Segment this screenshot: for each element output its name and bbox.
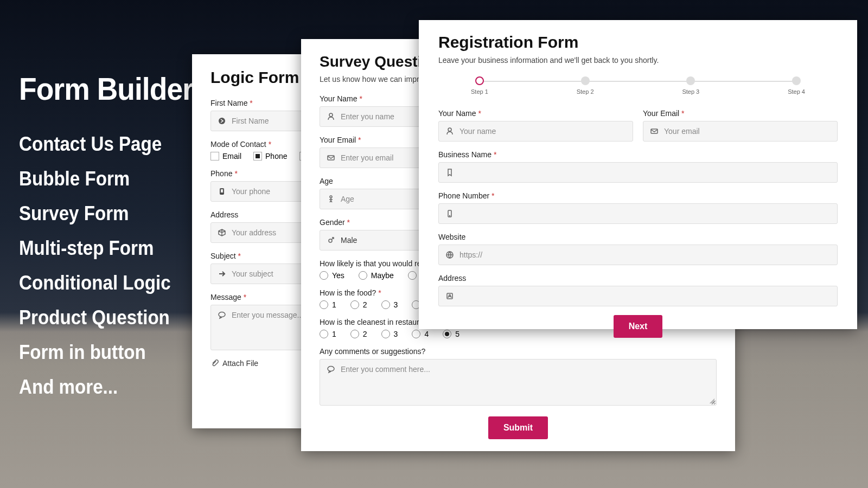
sidebar-title: Form Builder bbox=[19, 70, 193, 107]
sidebar-item: Form in button bbox=[19, 341, 193, 364]
reg-email-input[interactable]: Your email bbox=[643, 121, 838, 142]
sidebar: Form Builder Contact Us Page Bubble Form… bbox=[19, 70, 208, 410]
reg-phone-label: Phone Number * bbox=[438, 191, 838, 200]
phone-placeholder: Your phone bbox=[232, 187, 270, 196]
mail-icon bbox=[327, 153, 335, 162]
user-icon bbox=[327, 112, 335, 121]
clean-1[interactable]: 1 bbox=[320, 330, 336, 338]
reg-business-input[interactable] bbox=[438, 162, 838, 183]
svg-point-8 bbox=[328, 367, 334, 371]
reg-title: Registration Form bbox=[438, 33, 838, 52]
mobile-icon bbox=[445, 209, 454, 218]
svg-point-4 bbox=[329, 113, 333, 117]
clean-3[interactable]: 3 bbox=[381, 330, 398, 338]
paperclip-icon bbox=[210, 359, 219, 368]
food-1[interactable]: 1 bbox=[320, 300, 336, 309]
clean-2[interactable]: 2 bbox=[350, 330, 367, 338]
first-name-placeholder: First Name bbox=[232, 117, 269, 125]
reg-phone-input[interactable] bbox=[438, 203, 838, 224]
step-3[interactable]: Step 3 bbox=[682, 76, 699, 95]
registration-panel: Registration Form Leave your business in… bbox=[419, 20, 857, 329]
next-button[interactable]: Next bbox=[614, 315, 663, 338]
recommend-maybe[interactable]: Maybe bbox=[359, 271, 394, 280]
sidebar-item: Contact Us Page bbox=[19, 133, 193, 156]
reg-name-label: Your Name * bbox=[438, 109, 633, 118]
reg-sub: Leave your business information and we'l… bbox=[438, 56, 838, 65]
reg-website-label: Website bbox=[438, 233, 838, 241]
food-2[interactable]: 2 bbox=[350, 300, 367, 309]
message-placeholder: Enter you message... bbox=[232, 311, 303, 319]
address-icon bbox=[445, 292, 454, 300]
sidebar-item: Survey Form bbox=[19, 202, 193, 225]
survey-comments-label: Any comments or suggestions? bbox=[320, 347, 717, 356]
mode-email-check[interactable]: Email bbox=[210, 152, 241, 160]
svg-rect-2 bbox=[221, 189, 224, 193]
user-icon bbox=[445, 127, 454, 136]
stepper: Step 1 Step 2 Step 3 Step 4 bbox=[471, 76, 805, 95]
reg-address-input[interactable] bbox=[438, 286, 838, 306]
phone-icon bbox=[218, 187, 226, 196]
clean-4[interactable]: 4 bbox=[412, 330, 429, 338]
sidebar-item: Product Question bbox=[19, 306, 193, 329]
arrow-right-icon bbox=[218, 269, 226, 278]
cube-icon bbox=[218, 228, 226, 237]
address-placeholder: Your address bbox=[232, 228, 276, 237]
reg-address-label: Address bbox=[438, 274, 838, 282]
sidebar-item: And more... bbox=[19, 376, 193, 399]
mail-icon bbox=[650, 127, 659, 136]
bookmark-icon bbox=[445, 168, 454, 177]
survey-comments-textarea[interactable]: Enter you comment here... bbox=[320, 359, 717, 406]
sidebar-item: Multi-step Form bbox=[19, 237, 193, 260]
age-icon bbox=[327, 195, 335, 203]
sidebar-item: Bubble Form bbox=[19, 168, 193, 190]
step-2[interactable]: Step 2 bbox=[577, 76, 594, 95]
chat-icon bbox=[218, 311, 226, 319]
globe-icon bbox=[445, 251, 454, 259]
mode-phone-check[interactable]: Phone bbox=[253, 152, 287, 160]
food-3[interactable]: 3 bbox=[381, 300, 398, 309]
reg-name-input[interactable]: Your name bbox=[438, 121, 633, 142]
arrow-right-circle-icon bbox=[218, 117, 226, 125]
step-1[interactable]: Step 1 bbox=[471, 76, 488, 95]
submit-button[interactable]: Submit bbox=[488, 416, 548, 439]
sidebar-item: Conditional Logic bbox=[19, 272, 193, 294]
svg-point-12 bbox=[450, 216, 450, 216]
svg-point-9 bbox=[448, 128, 451, 131]
svg-point-3 bbox=[219, 312, 225, 317]
chat-icon bbox=[327, 365, 335, 374]
reg-email-label: Your Email * bbox=[643, 109, 838, 118]
reg-website-input[interactable]: https:// bbox=[438, 245, 838, 265]
gender-icon bbox=[327, 236, 335, 245]
svg-rect-5 bbox=[328, 156, 334, 160]
svg-point-6 bbox=[330, 196, 332, 198]
svg-point-0 bbox=[219, 118, 225, 124]
svg-rect-10 bbox=[651, 129, 658, 133]
subject-placeholder: Your subject bbox=[232, 269, 273, 278]
step-4[interactable]: Step 4 bbox=[788, 76, 805, 95]
reg-business-label: Business Name * bbox=[438, 150, 838, 159]
recommend-yes[interactable]: Yes bbox=[320, 271, 344, 280]
